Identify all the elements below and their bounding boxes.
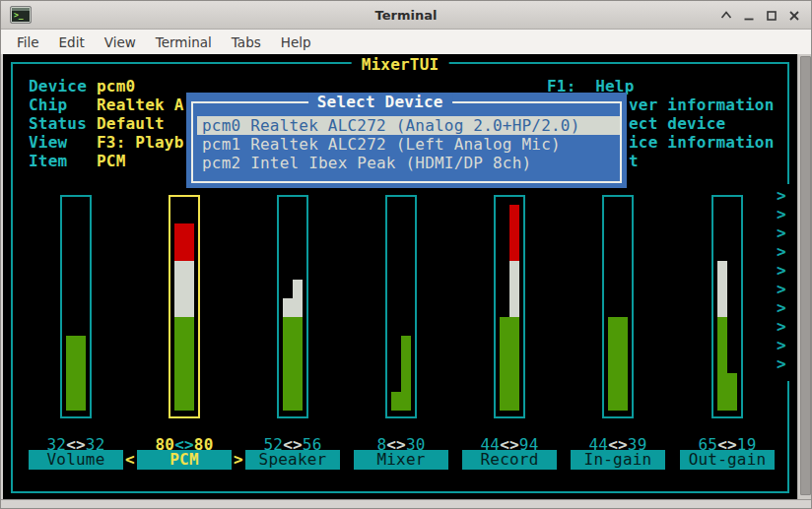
minimize-icon[interactable] — [742, 9, 756, 23]
channel-tab-record[interactable]: Record — [462, 450, 557, 470]
terminal-icon-prompt: >_ — [14, 12, 24, 20]
dialog-item-list: pcm0 Realtek ALC272 (Analog 2.0+HP/2.0)p… — [197, 116, 620, 172]
bar-fill-left-volume — [66, 336, 76, 411]
seg-red — [174, 223, 184, 261]
seg-green — [293, 317, 303, 411]
info-label-device: Device — [29, 77, 87, 95]
scrollbar-thumb[interactable] — [800, 56, 811, 495]
chevron-right-icon: > — [774, 317, 789, 336]
bar-fill-left-in-gain — [608, 317, 618, 411]
seg-white — [174, 261, 184, 317]
bar-fill-right-pcm — [184, 223, 194, 411]
seg-green — [174, 317, 184, 411]
seg-green — [608, 317, 618, 411]
bar-fill-left-speaker — [283, 298, 293, 411]
chevron-right-icon: > — [774, 223, 789, 242]
menu-item-tabs[interactable]: Tabs — [222, 32, 271, 52]
seg-green — [283, 317, 293, 411]
seg-green — [184, 317, 194, 411]
app-title: MixerTUI — [352, 56, 449, 73]
seg-green — [500, 317, 509, 411]
info-value-device: pcm0 — [97, 77, 135, 95]
channel-tab-pcm[interactable]: PCM — [137, 450, 232, 470]
scrollbar-track[interactable] — [797, 54, 812, 499]
info-value-item: PCM — [97, 152, 126, 170]
info-value-status: Default — [97, 114, 165, 133]
dialog-item-1[interactable]: pcm1 Realtek ALC272 (Left Analog Mic) — [197, 135, 620, 154]
seg-green — [727, 373, 737, 411]
chevron-right-icon: > — [774, 242, 789, 261]
menu-item-edit[interactable]: Edit — [49, 32, 95, 52]
info-label-item: Item — [29, 152, 67, 170]
help-fragment-3: t — [629, 152, 639, 170]
terminal-icon: >_ — [10, 6, 32, 24]
menu-item-view[interactable]: View — [95, 32, 146, 52]
seg-green — [717, 317, 727, 411]
seg-green — [618, 317, 628, 411]
bar-fill-left-pcm — [174, 223, 184, 411]
window-controls — [719, 1, 801, 30]
bar-fill-left-record — [500, 317, 509, 411]
seg-red — [184, 223, 194, 261]
dialog-title: Select Device — [308, 93, 452, 111]
seg-white — [293, 280, 303, 317]
menu-item-help[interactable]: Help — [271, 32, 321, 52]
seg-white — [184, 261, 194, 317]
seg-red — [509, 205, 519, 261]
seg-green — [509, 317, 519, 411]
seg-green — [391, 392, 401, 411]
channel-tab-in-gain[interactable]: In-gain — [571, 450, 665, 470]
menu-item-file[interactable]: File — [7, 32, 49, 52]
info-label-chip: Chip — [29, 95, 67, 114]
seg-white — [717, 261, 727, 317]
bar-fill-right-out-gain — [727, 373, 737, 411]
chevron-right-icon: > — [774, 261, 789, 280]
seg-green — [76, 336, 86, 411]
info-value-chip: Realtek A — [97, 95, 184, 114]
menu-item-terminal[interactable]: Terminal — [146, 32, 222, 52]
channel-tab-out-gain[interactable]: Out-gain — [680, 450, 775, 470]
help-fragment-2: ice information — [629, 133, 775, 152]
dialog-item-0[interactable]: pcm0 Realtek ALC272 (Analog 2.0+HP/2.0) — [197, 116, 620, 135]
close-icon[interactable] — [787, 9, 801, 23]
select-device-dialog: Select Device pcm0 Realtek ALC272 (Analo… — [186, 93, 627, 188]
chevron-right-icon: > — [774, 280, 789, 298]
channel-tab-volume[interactable]: Volume — [29, 450, 123, 470]
channel-tab-speaker[interactable]: Speaker — [245, 450, 340, 470]
seg-white — [509, 261, 519, 317]
title-bar[interactable]: >_ Terminal — [1, 1, 811, 30]
window-bottom-edge — [1, 499, 811, 509]
help-fragment-1: ect device — [629, 114, 725, 133]
chevron-right-icon: > — [774, 205, 789, 223]
bar-fill-right-in-gain — [618, 317, 628, 411]
window-left-edge — [1, 54, 3, 499]
maximize-icon[interactable] — [765, 9, 778, 23]
channel-tab-mixer[interactable]: Mixer — [354, 450, 448, 470]
dialog-item-2[interactable]: pcm2 Intel Ibex Peak (HDMI/DP 8ch) — [197, 154, 620, 172]
selected-arrow-left: < — [124, 450, 136, 470]
seg-green — [401, 336, 411, 411]
seg-white — [283, 298, 293, 317]
chevron-right-icon: > — [774, 186, 789, 205]
bar-fill-right-volume — [76, 336, 86, 411]
bar-fill-right-speaker — [293, 280, 303, 411]
bar-fill-left-mixer — [391, 392, 401, 411]
bar-fill-right-mixer — [401, 336, 411, 411]
chevron-right-icon: > — [774, 336, 789, 354]
bar-fill-left-out-gain — [717, 261, 727, 411]
info-value-view: F3: Playb — [97, 133, 184, 152]
chevron-right-icon: > — [774, 298, 789, 317]
help-fragment-0: ver information — [629, 95, 775, 114]
info-label-view: View — [29, 133, 67, 152]
terminal-window: >_ Terminal FileEditViewTerminalTabsHelp… — [0, 0, 812, 509]
shade-icon[interactable] — [719, 9, 733, 23]
menu-bar: FileEditViewTerminalTabsHelp — [1, 30, 811, 54]
window-title: Terminal — [375, 8, 438, 23]
bar-fill-right-record — [509, 205, 519, 411]
chevron-right-icon: > — [774, 354, 789, 373]
info-label-status: Status — [29, 114, 87, 133]
seg-green — [66, 336, 76, 411]
terminal-screen[interactable]: MixerTUI Select Device pcm0 Realtek ALC2… — [3, 54, 797, 499]
